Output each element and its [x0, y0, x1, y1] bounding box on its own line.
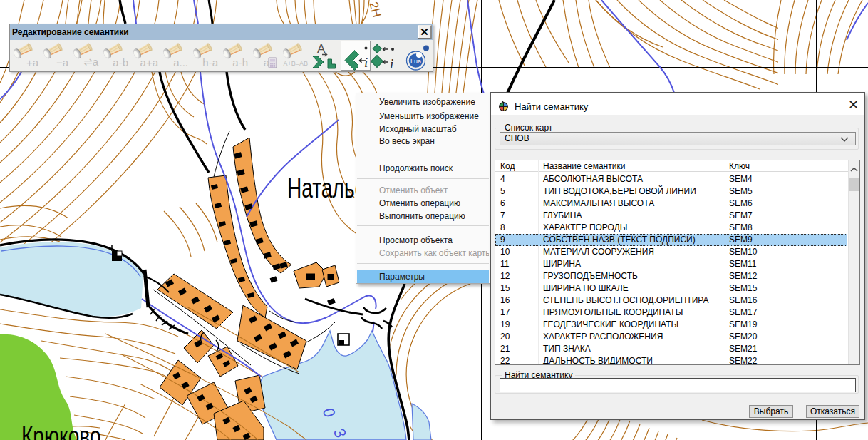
- svg-text:A: A: [317, 42, 326, 56]
- svg-text:Крюково: Крюково: [21, 421, 101, 440]
- svg-text:Lua: Lua: [410, 58, 421, 65]
- svg-text:i: i: [364, 55, 368, 70]
- svg-text:i: i: [390, 56, 393, 71]
